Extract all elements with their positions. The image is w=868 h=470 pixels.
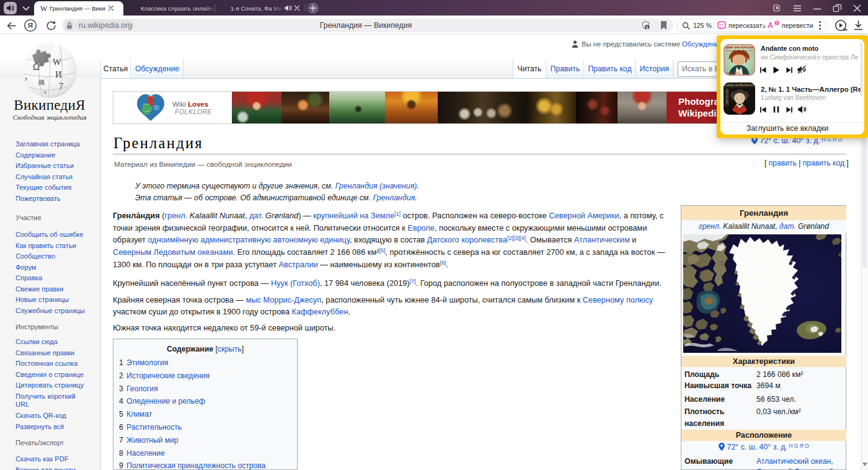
svg-text:И: И [55, 69, 62, 79]
svg-text:Я: Я [28, 22, 33, 29]
svg-text:7: 7 [59, 81, 63, 91]
svg-text:Людвиг ван Бетховен: Людвиг ван Бетховен [724, 45, 755, 49]
svg-text:BEETHOVEN: BEETHOVEN [725, 88, 728, 104]
svg-text:ঝ: ঝ [43, 89, 46, 95]
svg-text:Ludwig van Beethoven: Ludwig van Beethoven [725, 84, 754, 87]
svg-text:1: 1 [646, 25, 649, 30]
svg-text:Gramophon: Gramophon [726, 72, 738, 74]
svg-text:維: 維 [38, 79, 45, 86]
svg-text:W: W [53, 57, 61, 67]
svg-text:Ω: Ω [33, 62, 40, 72]
